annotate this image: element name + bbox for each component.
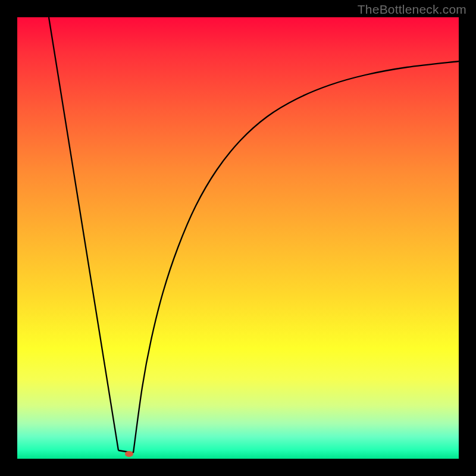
- highlight-marker: [125, 451, 133, 457]
- plot-area: [17, 17, 459, 459]
- chart-svg: [17, 17, 459, 459]
- chart-frame: TheBottleneck.com: [0, 0, 476, 476]
- series-left-line: [49, 17, 118, 450]
- watermark-text: TheBottleneck.com: [358, 2, 466, 17]
- series-right-curve: [133, 61, 459, 453]
